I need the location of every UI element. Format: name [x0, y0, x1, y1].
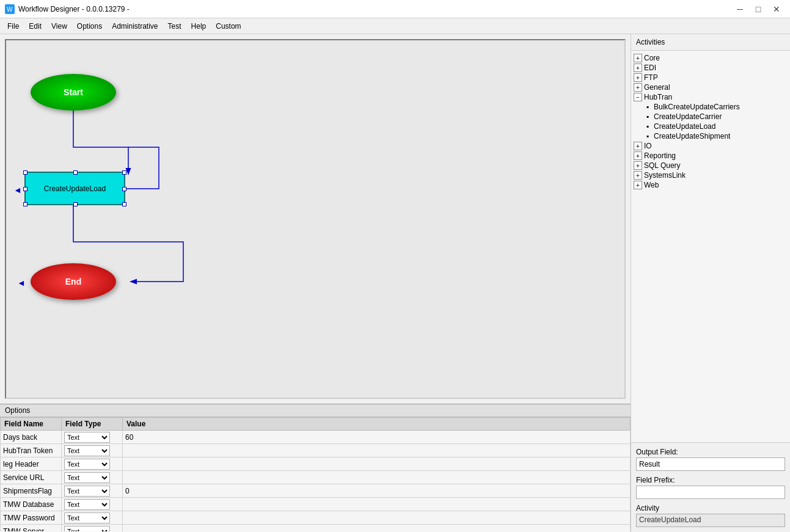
- value-input[interactable]: [125, 527, 627, 532]
- field-type-cell[interactable]: Text: [62, 498, 123, 511]
- hubtran-expander[interactable]: −: [634, 93, 642, 101]
- activities-title: Activities: [631, 34, 790, 51]
- tree-leaf-bulkcreate[interactable]: ▪BulkCreateUpdateCarriers: [643, 102, 788, 112]
- value-input[interactable]: [125, 433, 627, 442]
- value-input[interactable]: [125, 500, 627, 509]
- options-panel: Options Field Name Field Type Value Days…: [0, 404, 631, 532]
- end-arrow-icon: ◄: [17, 278, 26, 288]
- tree-item-ftp[interactable]: +FTP: [634, 73, 788, 82]
- workflow-canvas[interactable]: Start CreateUpdateLoad ◄ End: [5, 39, 626, 399]
- table-row: TMW ServerText: [1, 525, 631, 532]
- tree-node-ftp: +FTP: [634, 73, 788, 82]
- field-type-select[interactable]: Text: [64, 459, 110, 470]
- tree-item-hubtran[interactable]: −HubTran: [634, 92, 788, 102]
- value-cell[interactable]: [123, 431, 631, 444]
- resize-handle-bl[interactable]: [23, 202, 27, 206]
- field-type-cell[interactable]: Text: [62, 471, 123, 484]
- value-input[interactable]: [125, 473, 627, 482]
- menu-help[interactable]: Help: [186, 20, 211, 33]
- edi-expander[interactable]: +: [634, 64, 642, 72]
- value-input[interactable]: [125, 514, 627, 522]
- core-expander[interactable]: +: [634, 54, 642, 62]
- field-type-select[interactable]: Text: [64, 499, 110, 510]
- tree-leaf-createload[interactable]: ▪CreateUpdateLoad: [643, 122, 788, 131]
- options-table-wrap[interactable]: Field Name Field Type Value Days backTex…: [0, 417, 631, 531]
- field-type-select[interactable]: Text: [64, 526, 110, 532]
- sqlquery-expander[interactable]: +: [634, 161, 642, 170]
- field-type-select[interactable]: Text: [64, 445, 110, 456]
- tree-item-io[interactable]: +IO: [634, 141, 788, 151]
- resize-handle-br[interactable]: [122, 202, 126, 206]
- tree-item-core[interactable]: +Core: [634, 53, 788, 63]
- field-type-cell[interactable]: Text: [62, 457, 123, 471]
- resize-handle-ml[interactable]: [23, 187, 27, 191]
- table-row: Service URLText: [1, 471, 631, 484]
- systemslink-expander[interactable]: +: [634, 171, 642, 180]
- output-field-input[interactable]: [636, 457, 785, 471]
- resize-handle-mr[interactable]: [122, 187, 126, 191]
- menu-file[interactable]: File: [2, 20, 24, 33]
- field-type-select[interactable]: Text: [64, 486, 110, 497]
- tree-node-sqlquery: +SQL Query: [634, 161, 788, 170]
- value-cell[interactable]: [123, 511, 631, 525]
- close-button[interactable]: ✕: [768, 3, 785, 15]
- tree-item-edi[interactable]: +EDI: [634, 63, 788, 73]
- field-name-cell: ShipmentsFlag: [1, 484, 62, 498]
- tree-item-web[interactable]: +Web: [634, 180, 788, 190]
- value-cell[interactable]: [123, 444, 631, 457]
- activities-tree[interactable]: +Core+EDI+FTP+General−HubTran▪BulkCreate…: [631, 51, 790, 442]
- menu-view[interactable]: View: [46, 20, 72, 33]
- menu-options[interactable]: Options: [72, 20, 107, 33]
- workflow-activity-node[interactable]: CreateUpdateLoad ◄: [24, 172, 125, 205]
- field-prefix-input[interactable]: [636, 486, 785, 499]
- field-type-cell[interactable]: Text: [62, 431, 123, 444]
- tree-item-sqlquery[interactable]: +SQL Query: [634, 161, 788, 170]
- tree-leaf-createcarrier[interactable]: ▪CreateUpdateCarrier: [643, 112, 788, 122]
- value-cell[interactable]: [123, 457, 631, 471]
- workflow-start-node[interactable]: Start: [31, 74, 116, 111]
- col-field-name: Field Name: [1, 418, 62, 431]
- field-name-cell: Service URL: [1, 471, 62, 484]
- resize-handle-tl[interactable]: [23, 170, 27, 175]
- value-input[interactable]: [125, 487, 627, 495]
- resize-handle-bm[interactable]: [73, 202, 78, 206]
- field-type-cell[interactable]: Text: [62, 444, 123, 457]
- workflow-end-node[interactable]: End ◄: [31, 263, 116, 300]
- ftp-expander[interactable]: +: [634, 73, 642, 82]
- reporting-expander[interactable]: +: [634, 151, 642, 160]
- io-expander[interactable]: +: [634, 142, 642, 150]
- menu-administrative[interactable]: Administrative: [107, 20, 163, 33]
- tree-item-reporting[interactable]: +Reporting: [634, 151, 788, 161]
- ftp-label: FTP: [644, 73, 658, 82]
- resize-handle-tr[interactable]: [122, 170, 126, 175]
- field-type-select[interactable]: Text: [64, 432, 110, 443]
- tree-leaf-createship[interactable]: ▪CreateUpdateShipment: [643, 131, 788, 141]
- tree-item-systemslink[interactable]: +SystemsLink: [634, 170, 788, 180]
- resize-handle-tm[interactable]: [73, 170, 78, 175]
- window-controls: ─ □ ✕: [731, 3, 785, 15]
- tree-node-hubtran: −HubTran▪BulkCreateUpdateCarriers▪Create…: [634, 92, 788, 141]
- menu-test[interactable]: Test: [163, 20, 186, 33]
- value-input[interactable]: [125, 460, 627, 468]
- value-cell[interactable]: [123, 471, 631, 484]
- web-expander[interactable]: +: [634, 181, 642, 189]
- field-type-select[interactable]: Text: [64, 512, 110, 523]
- menu-custom[interactable]: Custom: [211, 20, 246, 33]
- minimize-button[interactable]: ─: [731, 3, 748, 15]
- field-type-select[interactable]: Text: [64, 472, 110, 483]
- maximize-button[interactable]: □: [750, 3, 767, 15]
- field-type-cell[interactable]: Text: [62, 525, 123, 532]
- general-expander[interactable]: +: [634, 83, 642, 92]
- right-bottom-panel: Output Field: Field Prefix: Activity Cre…: [631, 442, 790, 532]
- table-row: HubTran TokenText: [1, 444, 631, 457]
- value-cell[interactable]: [123, 498, 631, 511]
- left-panel: Start CreateUpdateLoad ◄ End: [0, 34, 631, 532]
- field-prefix-label: Field Prefix:: [636, 476, 785, 484]
- value-cell[interactable]: [123, 525, 631, 532]
- value-cell[interactable]: [123, 484, 631, 498]
- tree-item-general[interactable]: +General: [634, 82, 788, 92]
- field-type-cell[interactable]: Text: [62, 511, 123, 525]
- menu-edit[interactable]: Edit: [24, 20, 46, 33]
- value-input[interactable]: [125, 446, 627, 455]
- field-type-cell[interactable]: Text: [62, 484, 123, 498]
